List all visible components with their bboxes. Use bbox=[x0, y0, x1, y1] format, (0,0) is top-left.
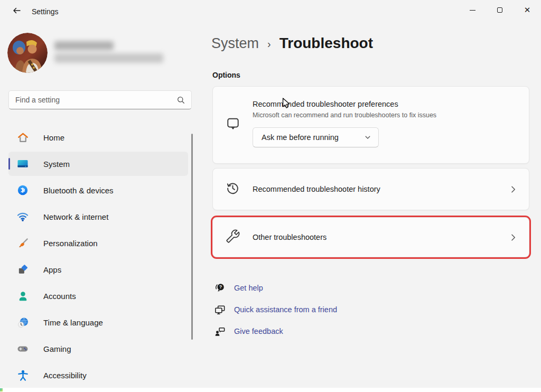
link-label: Give feedback bbox=[234, 327, 283, 335]
sidebar-item-label: Home bbox=[43, 133, 64, 142]
sidebar-item-apps[interactable]: Apps bbox=[8, 257, 188, 282]
arrow-left-icon bbox=[12, 6, 21, 17]
card-label: Other troubleshooters bbox=[253, 233, 327, 241]
sidebar-item-system[interactable]: System bbox=[8, 152, 188, 176]
sidebar-item-label: Accounts bbox=[43, 292, 76, 301]
sidebar-item-accessibility[interactable]: Accessibility bbox=[8, 363, 188, 387]
search-input[interactable] bbox=[9, 96, 177, 104]
user-name-blurred bbox=[54, 41, 114, 50]
recommended-troubleshooter-history-card[interactable]: Recommended troubleshooter history bbox=[212, 168, 529, 210]
personalization-icon bbox=[16, 236, 30, 250]
sidebar-item-label: Personalization bbox=[43, 239, 98, 248]
sidebar-item-label: Network & internet bbox=[43, 212, 108, 221]
apps-icon bbox=[16, 263, 30, 276]
taskbar-corner-peek bbox=[0, 388, 3, 391]
settings-window: Settings ✕ bbox=[0, 0, 541, 392]
sidebar-scrollbar[interactable] bbox=[191, 134, 193, 340]
sidebar-item-network-internet[interactable]: Network & internet bbox=[8, 204, 188, 229]
accessibility-icon bbox=[16, 368, 30, 382]
sidebar-item-label: Apps bbox=[43, 265, 61, 274]
options-section-label: Options bbox=[212, 71, 240, 79]
accounts-icon bbox=[16, 289, 30, 303]
sidebar-item-bluetooth-devices[interactable]: Bluetooth & devices bbox=[8, 178, 188, 202]
breadcrumb: System › Troubleshoot bbox=[211, 35, 373, 52]
home-icon bbox=[16, 130, 30, 144]
other-troubleshooters-card[interactable]: Other troubleshooters bbox=[212, 217, 529, 257]
breadcrumb-parent[interactable]: System bbox=[211, 35, 259, 52]
sidebar-item-time-language[interactable]: Time & language bbox=[8, 310, 188, 334]
history-icon bbox=[226, 181, 240, 198]
wrench-icon bbox=[226, 229, 240, 246]
sidebar-item-home[interactable]: Home bbox=[8, 125, 188, 150]
sidebar-item-label: Time & language bbox=[43, 318, 103, 327]
dropdown-selected-value: Ask me before running bbox=[253, 133, 365, 142]
chevron-down-icon bbox=[365, 134, 371, 141]
gaming-icon bbox=[16, 342, 30, 356]
sidebar-item-label: Gaming bbox=[43, 344, 71, 353]
card-label: Recommended troubleshooter history bbox=[253, 185, 380, 193]
chevron-right-icon bbox=[509, 234, 517, 241]
help-bubble-icon: ? bbox=[213, 282, 226, 294]
sidebar-item-personalization[interactable]: Personalization bbox=[8, 231, 188, 255]
network-icon bbox=[16, 210, 30, 223]
system-icon bbox=[16, 157, 30, 171]
bottom-edge bbox=[0, 388, 541, 392]
minimize-icon bbox=[470, 10, 475, 11]
recommended-troubleshooter-preferences-card: Recommended troubleshooter preferences M… bbox=[212, 86, 529, 164]
help-links: ? Get help Quick assistance from a frien… bbox=[213, 281, 337, 346]
speech-bubble-icon bbox=[226, 117, 240, 133]
avatar bbox=[7, 33, 48, 73]
close-icon: ✕ bbox=[524, 6, 531, 14]
remote-screens-icon bbox=[213, 304, 226, 316]
troubleshooter-preference-dropdown[interactable]: Ask me before running bbox=[253, 127, 379, 147]
get-help-link[interactable]: ? Get help bbox=[213, 281, 337, 295]
close-button[interactable]: ✕ bbox=[514, 0, 541, 20]
chevron-right-icon bbox=[509, 185, 517, 193]
sidebar-item-label: Bluetooth & devices bbox=[43, 186, 114, 195]
user-profile bbox=[7, 33, 187, 74]
svg-text:?: ? bbox=[219, 284, 222, 290]
sidebar-nav: Home System Bluetooth & devices Network … bbox=[8, 125, 188, 389]
bluetooth-icon bbox=[16, 183, 30, 197]
time-language-icon bbox=[16, 315, 30, 329]
sidebar-item-accounts[interactable]: Accounts bbox=[8, 284, 188, 308]
user-email-blurred bbox=[54, 53, 163, 63]
link-label: Quick assistance from a friend bbox=[234, 305, 337, 314]
titlebar: Settings ✕ bbox=[0, 0, 541, 23]
minimize-button[interactable] bbox=[459, 0, 486, 20]
sidebar-item-label: System bbox=[43, 160, 70, 169]
maximize-icon bbox=[497, 7, 502, 13]
sidebar-item-gaming[interactable]: Gaming bbox=[8, 337, 188, 361]
app-title: Settings bbox=[32, 7, 59, 16]
card-title: Recommended troubleshooter preferences bbox=[253, 99, 436, 109]
search-box bbox=[8, 90, 192, 109]
maximize-button[interactable] bbox=[486, 0, 514, 20]
window-controls: ✕ bbox=[459, 0, 541, 20]
back-button[interactable] bbox=[7, 4, 25, 19]
person-feedback-icon bbox=[213, 325, 226, 338]
give-feedback-link[interactable]: Give feedback bbox=[213, 324, 337, 338]
breadcrumb-separator-icon: › bbox=[267, 38, 271, 50]
card-description: Microsoft can recommend and run troubles… bbox=[253, 110, 436, 120]
link-label: Get help bbox=[234, 284, 263, 292]
sidebar-item-label: Accessibility bbox=[43, 371, 87, 380]
page-title: Troubleshoot bbox=[279, 35, 373, 52]
quick-assistance-link[interactable]: Quick assistance from a friend bbox=[213, 303, 337, 316]
search-icon bbox=[177, 96, 185, 104]
